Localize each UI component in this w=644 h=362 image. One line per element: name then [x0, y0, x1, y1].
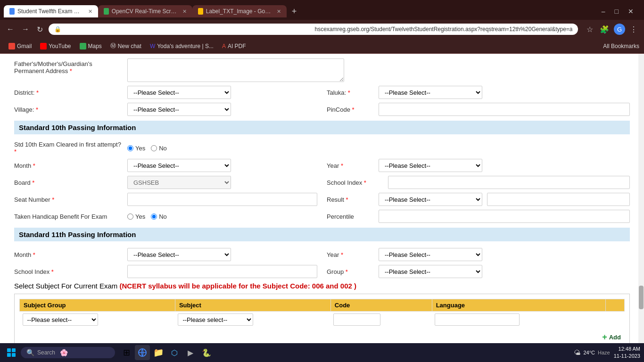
- reload-button[interactable]: ↻: [35, 23, 45, 36]
- add-subject-button[interactable]: + Add: [602, 332, 621, 342]
- bookmark-youtube[interactable]: YouTube: [36, 41, 74, 51]
- subject-select[interactable]: --Please select--: [178, 313, 253, 326]
- std11-month-label: Month *: [14, 251, 123, 258]
- taskbar-search-placeholder: Search: [37, 349, 55, 356]
- subject-group-cell: --Please select--: [20, 312, 175, 328]
- taskbar-ide-icon[interactable]: ⬡: [167, 345, 182, 360]
- std11-school-index-input[interactable]: [127, 265, 317, 278]
- std10-yes-option[interactable]: Yes: [127, 145, 145, 152]
- add-button-row: + Add: [19, 330, 625, 343]
- language-input[interactable]: [435, 313, 520, 326]
- std11-year-select[interactable]: --Please Select--: [379, 248, 482, 261]
- taskbar-terminal-icon[interactable]: ▶: [183, 345, 198, 360]
- maximize-button[interactable]: □: [612, 7, 621, 16]
- subject-group-select[interactable]: --Please select--: [23, 313, 98, 326]
- tray-temp: 24°C: [583, 350, 595, 355]
- taskbar-python-icon[interactable]: 🐍: [199, 345, 214, 360]
- std10-board-select[interactable]: GSHSEB: [127, 176, 231, 189]
- taskbar-explorer-icon[interactable]: 📁: [151, 345, 166, 360]
- bookmark-yoda[interactable]: W Yoda's adventure | S...: [146, 41, 217, 51]
- std10-handicap-radios: Yes No: [127, 213, 167, 220]
- std10-no-option[interactable]: No: [151, 145, 167, 152]
- std10-board-school-row: Board * GSHSEB School Index *: [14, 176, 630, 189]
- std11-month-select[interactable]: --Please Select--: [127, 248, 231, 261]
- code-input[interactable]: [333, 313, 380, 326]
- std10-percentile-input[interactable]: [379, 210, 630, 223]
- required-marker: *: [70, 67, 72, 74]
- menu-icon[interactable]: ⋮: [628, 23, 639, 36]
- tab-student-reg[interactable]: Student Twelfth Exam Registrat... ✕: [4, 5, 98, 17]
- tab-opencv[interactable]: OpenCV Real-Time Screen Cap... ✕: [98, 5, 192, 17]
- ncert-note: (NCERT syllabus will be applicable for t…: [119, 282, 356, 290]
- maps-icon: [80, 43, 86, 49]
- all-bookmarks-button[interactable]: All Bookmarks: [603, 43, 639, 49]
- add-button-cell: [606, 312, 625, 328]
- taskbar-files-icon[interactable]: ⊞: [119, 345, 134, 360]
- std10-year-select[interactable]: --Please Select--: [379, 159, 482, 172]
- permanent-address-input[interactable]: [127, 58, 344, 82]
- tray-icons: 🌤 24°C Haze: [574, 349, 610, 356]
- std10-result-select[interactable]: --Please Select--: [379, 193, 482, 206]
- std10-first-attempt-row: Std 10th Exam Cleared in first attempt? …: [14, 141, 630, 155]
- district-label: District: *: [14, 89, 123, 96]
- scrollbar-track[interactable]: [638, 54, 644, 343]
- start-button[interactable]: [4, 345, 19, 360]
- std10-seat-input[interactable]: [127, 193, 317, 206]
- address-bar[interactable]: 🔒 hscexamreg.gseb.org/Student/TwelvethSt…: [49, 24, 578, 35]
- taskbar-search[interactable]: 🔍 Search 🌸: [21, 347, 115, 358]
- newchat-icon: Ⓜ: [110, 42, 116, 50]
- extensions-icon[interactable]: 🧩: [598, 23, 611, 36]
- forward-button[interactable]: →: [20, 23, 31, 35]
- handicap-no-radio[interactable]: [151, 214, 157, 220]
- col-header-subject: Subject: [175, 299, 330, 312]
- minimize-button[interactable]: –: [599, 7, 608, 16]
- std11-school-group-row: School Index * Group * --Please Select--: [14, 265, 630, 278]
- bookmark-youtube-label: YouTube: [49, 43, 71, 49]
- std10-school-index-input[interactable]: [388, 176, 630, 189]
- tray-weather-icon[interactable]: 🌤: [574, 349, 580, 356]
- std11-school-index-label: School Index *: [14, 268, 123, 275]
- system-clock[interactable]: 12:48 AM 11-11-2023: [614, 346, 640, 360]
- taskbar-browser-icon[interactable]: [135, 345, 150, 360]
- scrollbar-thumb[interactable]: [639, 286, 644, 309]
- std10-no-radio[interactable]: [151, 145, 157, 151]
- bookmark-newchat[interactable]: Ⓜ New chat: [107, 41, 145, 51]
- bookmark-gmail[interactable]: Gmail: [5, 41, 35, 51]
- close-button[interactable]: ✕: [625, 7, 636, 16]
- std11-group-select[interactable]: --Please Select--: [379, 265, 482, 278]
- profile-icon[interactable]: G: [614, 24, 625, 35]
- std10-month-select[interactable]: --Please Select--: [127, 159, 231, 172]
- handicap-yes-radio[interactable]: [127, 214, 133, 220]
- tab-gdrive[interactable]: Label_TXT_Image - Google Driv... ✕: [192, 5, 287, 17]
- std10-yes-radio[interactable]: [127, 145, 133, 151]
- handicap-no-option[interactable]: No: [151, 213, 167, 220]
- std11-group-label: Group *: [327, 268, 374, 275]
- std11-header: Standard 11th Passing Information: [14, 228, 630, 241]
- taluka-select[interactable]: --Please Select--: [379, 86, 482, 99]
- village-select[interactable]: --Please Select--: [127, 103, 231, 116]
- district-select[interactable]: --Please Select--: [127, 86, 231, 99]
- tab-close-2[interactable]: ✕: [182, 8, 187, 15]
- bookmark-maps[interactable]: Maps: [76, 41, 106, 51]
- pincode-input[interactable]: [379, 103, 630, 116]
- std10-result-label: Result *: [327, 196, 374, 203]
- subject-table: Subject Group Subject Code Language --Pl…: [19, 299, 625, 328]
- bookmark-newchat-label: New chat: [118, 43, 141, 49]
- bookmark-star-icon[interactable]: ☆: [585, 23, 595, 36]
- std10-handicap-label: Taken Handicap Benefit For Exam: [14, 213, 123, 220]
- std10-result-extra-input[interactable]: [487, 193, 630, 206]
- bookmark-gmail-label: Gmail: [17, 43, 32, 49]
- district-taluka-row: District: * --Please Select-- Taluka: * …: [14, 86, 630, 99]
- back-button[interactable]: ←: [5, 23, 16, 35]
- add-icon: +: [602, 332, 607, 342]
- subject-cell: --Please select--: [175, 312, 330, 328]
- std10-school-index-label: School Index *: [327, 179, 383, 186]
- tab-close-3[interactable]: ✕: [277, 8, 281, 15]
- bookmark-aipdf[interactable]: A AI PDF: [218, 41, 250, 51]
- taskbar-search-flower-icon: 🌸: [60, 349, 68, 356]
- std10-percentile-label: Percentile: [327, 213, 374, 220]
- handicap-yes-option[interactable]: Yes: [127, 213, 145, 220]
- subject-row: --Please select-- --Please select--: [20, 312, 625, 328]
- new-tab-button[interactable]: +: [289, 6, 300, 17]
- tab-close-1[interactable]: ✕: [88, 8, 92, 15]
